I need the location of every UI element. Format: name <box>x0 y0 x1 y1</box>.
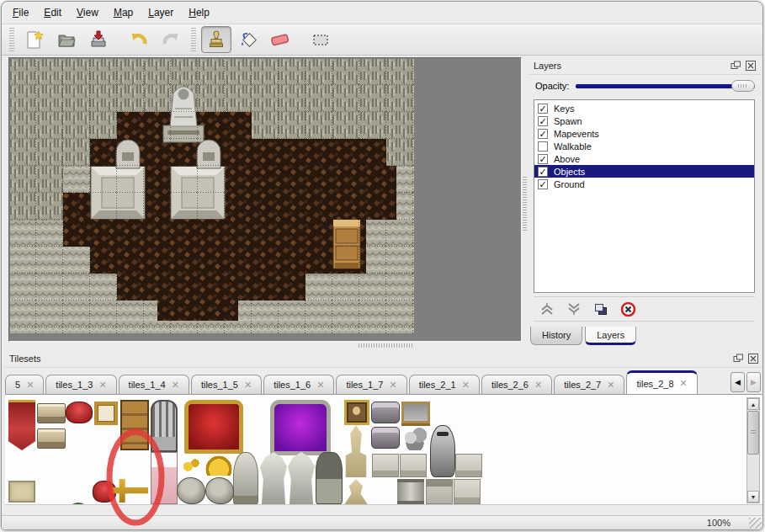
tab-close-icon[interactable]: ✕ <box>389 380 396 391</box>
tileset-tab-tiles_1_6[interactable]: tiles_1_6 ✕ <box>263 375 334 394</box>
delete-layer-button[interactable] <box>619 301 636 317</box>
tileset-tab-tiles_2_8[interactable]: tiles_2_8 ✕ <box>626 370 697 394</box>
tile-gold-pile[interactable] <box>205 455 232 476</box>
tileset-canvas[interactable] <box>5 394 763 505</box>
tile-king-portrait[interactable] <box>344 400 369 425</box>
tileset-tab-tiles_2_6[interactable]: tiles_2_6 ✕ <box>481 375 552 394</box>
tile-armor-pile[interactable] <box>401 425 429 450</box>
undo-button[interactable] <box>124 26 154 53</box>
fill-tool-button[interactable] <box>233 26 263 53</box>
tile-gray-rock[interactable] <box>177 477 205 504</box>
tileset-tab-tiles_1_7[interactable]: tiles_1_7 ✕ <box>336 375 406 394</box>
menu-edit[interactable]: Edit <box>44 7 61 19</box>
layer-visibility-checkbox[interactable]: ✓ <box>538 104 548 114</box>
tile-gold-brooch[interactable] <box>178 455 204 476</box>
tile-red-throne[interactable] <box>184 400 243 454</box>
layer-row-walkable[interactable]: Walkable <box>534 140 754 152</box>
scroll-tabs-left-button[interactable]: ◀ <box>730 372 745 392</box>
menu-file[interactable]: File <box>13 7 29 19</box>
tab-close-icon[interactable]: ✕ <box>607 380 614 391</box>
tile-platform-face-2[interactable] <box>454 479 481 504</box>
menu-help[interactable]: Help <box>189 7 210 19</box>
tile-gray-chest-2[interactable] <box>371 427 400 449</box>
tile-hooded-statue[interactable] <box>233 452 258 504</box>
tab-close-icon[interactable]: ✕ <box>462 380 470 391</box>
tile-pillar[interactable] <box>397 479 424 504</box>
tileset-tab-tiles_1_4[interactable]: tiles_1_4 ✕ <box>119 375 189 394</box>
move-layer-up-button[interactable] <box>539 301 555 317</box>
float-tilesets-icon[interactable] <box>732 354 744 364</box>
stamp-tool-button[interactable] <box>201 26 231 53</box>
select-tool-button[interactable] <box>305 26 336 53</box>
tile-obelisk[interactable] <box>342 425 370 477</box>
open-map-button[interactable] <box>51 26 82 53</box>
layer-row-mapevents[interactable]: ✓ Mapevents <box>534 127 754 140</box>
tile-knight-armor[interactable] <box>430 425 455 477</box>
tab-close-icon[interactable]: ✕ <box>244 380 252 391</box>
tile-gray-rock-2[interactable] <box>205 477 234 504</box>
scroll-up-button[interactable]: ▲ <box>747 398 759 410</box>
close-panel-icon[interactable] <box>745 61 757 72</box>
tile-pink-bed[interactable] <box>151 452 178 504</box>
tile-obelisk-small[interactable] <box>342 479 370 504</box>
layer-visibility-checkbox[interactable]: ✓ <box>538 179 548 189</box>
tileset-tab-tiles_1_3[interactable]: tiles_1_3 ✕ <box>45 375 116 394</box>
toolbar-drag-handle[interactable] <box>9 28 14 51</box>
tileset-tab-5[interactable]: 5 ✕ <box>5 375 44 394</box>
scroll-down-button[interactable]: ▼ <box>747 491 759 503</box>
tile-platform-face-1[interactable] <box>426 479 453 504</box>
tab-close-icon[interactable]: ✕ <box>316 380 324 391</box>
layer-visibility-checkbox[interactable] <box>538 141 548 152</box>
vertical-splitter[interactable] <box>523 177 527 231</box>
layer-visibility-checkbox[interactable]: ✓ <box>538 154 548 164</box>
duplicate-layer-button[interactable] <box>592 301 609 317</box>
tileset-scrollbar[interactable]: ▲ ▼ <box>746 397 760 503</box>
tab-close-icon[interactable]: ✕ <box>26 380 34 391</box>
tab-close-icon[interactable]: ✕ <box>98 380 106 391</box>
tile-gray-chest[interactable] <box>371 402 400 423</box>
layer-row-ground[interactable]: ✓ Ground <box>534 178 754 190</box>
tile-banner-red[interactable] <box>8 400 35 450</box>
dock-tab-layers[interactable]: Layers <box>585 327 636 345</box>
scrollbar-thumb[interactable] <box>747 411 759 455</box>
tab-close-icon[interactable]: ✕ <box>534 380 542 391</box>
horizontal-splitter[interactable] <box>359 343 412 348</box>
move-layer-down-button[interactable] <box>566 301 582 317</box>
close-tilesets-icon[interactable] <box>747 354 759 364</box>
toolbar-drag-handle-2[interactable] <box>191 28 196 51</box>
tile-purple-throne[interactable] <box>270 400 331 455</box>
tile-iron-gate[interactable] <box>151 400 178 452</box>
tile-pouf-red[interactable] <box>66 402 93 423</box>
opacity-slider-handle[interactable] <box>731 80 755 92</box>
tile-wooden-door[interactable] <box>120 400 149 450</box>
tile-wooden-sign[interactable] <box>401 402 430 423</box>
tile-platform-tile-3[interactable] <box>455 454 482 477</box>
menu-layer[interactable]: Layer <box>148 7 173 19</box>
layer-visibility-checkbox[interactable]: ✓ <box>538 129 548 139</box>
opacity-slider[interactable] <box>576 79 755 93</box>
dock-tab-history[interactable]: History <box>530 327 582 345</box>
layer-row-keys[interactable]: ✓ Keys <box>534 102 754 114</box>
tileset-tab-tiles_1_5[interactable]: tiles_1_5 ✕ <box>191 375 262 394</box>
tab-close-icon[interactable]: ✕ <box>680 378 688 389</box>
tileset-tab-tiles_2_7[interactable]: tiles_2_7 ✕ <box>554 375 624 394</box>
tile-loom-top[interactable] <box>37 403 66 423</box>
tile-angel-statue-right[interactable] <box>288 452 315 504</box>
tile-gold-cross[interactable] <box>111 479 148 503</box>
tile-loom-bottom[interactable] <box>37 428 66 449</box>
eraser-tool-button[interactable] <box>265 26 295 53</box>
layer-visibility-checkbox[interactable]: ✓ <box>538 167 548 177</box>
tileset-tab-tiles_2_1[interactable]: tiles_2_1 ✕ <box>409 375 480 394</box>
layer-row-objects[interactable]: ✓ Objects <box>534 165 754 178</box>
tile-plaque[interactable] <box>8 481 35 503</box>
menu-map[interactable]: Map <box>114 7 133 19</box>
layer-visibility-checkbox[interactable]: ✓ <box>538 116 548 126</box>
scroll-tabs-right-button[interactable]: ▶ <box>746 372 761 392</box>
save-map-button[interactable] <box>83 26 114 53</box>
menu-view[interactable]: View <box>77 7 98 19</box>
tile-platform-tile-1[interactable] <box>372 454 399 477</box>
tile-palm-plant[interactable] <box>64 503 93 505</box>
float-panel-icon[interactable] <box>730 61 741 72</box>
layer-row-above[interactable]: ✓ Above <box>534 152 754 165</box>
tab-close-icon[interactable]: ✕ <box>172 380 179 391</box>
